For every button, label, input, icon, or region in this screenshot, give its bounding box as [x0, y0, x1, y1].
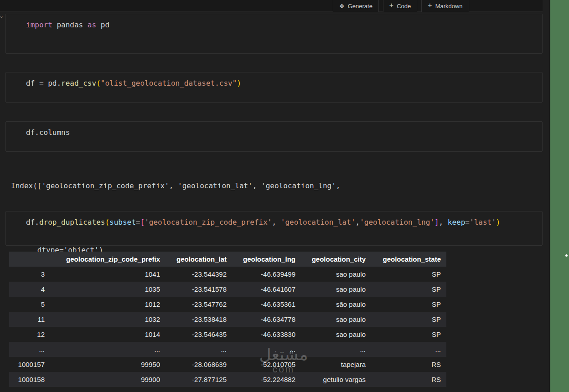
vertical-scrollbar[interactable] [543, 0, 549, 392]
code-token: 'last' [470, 218, 496, 227]
code-token: , [439, 218, 448, 227]
table-cell: SP [371, 312, 446, 327]
table-cell: 5 [9, 297, 50, 312]
code-token: keep [448, 218, 466, 227]
table-cell: getulio vargas [301, 372, 371, 387]
code-token: pd [96, 21, 109, 29]
table-row: .................. [9, 342, 446, 357]
table-cell: -46.639499 [232, 267, 301, 282]
table-cell: 1041 [50, 267, 166, 282]
code-token: df. [26, 218, 39, 227]
code-cell-columns: df.columns [5, 121, 543, 152]
table-header-state: geolocation_state [371, 252, 446, 267]
code-token: pandas [52, 21, 88, 29]
notebook-toolbar: ❖ Generate + Code + Markdown [0, 0, 549, 12]
table-cell: SP [371, 327, 446, 342]
code-editor-line[interactable]: import pandas as pd [6, 14, 542, 30]
code-token: 'geolocation_lng' [360, 218, 435, 227]
table-row: 100015799950-28.068639-52.010705tapejara… [9, 357, 446, 372]
code-token: ( [96, 79, 101, 88]
sparkle-icon: ❖ [339, 3, 345, 10]
code-editor-line[interactable]: df = pd.read_csv("olist_geolocation_data… [6, 72, 542, 88]
table-cell: 1035 [50, 282, 166, 297]
table-cell: -46.635361 [232, 297, 301, 312]
table-cell: -23.547762 [166, 297, 232, 312]
table-cell: ... [371, 342, 446, 357]
table-cell: sao paulo [301, 267, 371, 282]
table-row: 121014-23.546435-46.633830sao pauloSP [9, 327, 446, 342]
code-token: ) [496, 218, 501, 227]
table-cell: RS [371, 372, 446, 387]
generate-button[interactable]: ❖ Generate [333, 0, 379, 12]
add-markdown-button[interactable]: + Markdown [421, 0, 469, 12]
table-cell: ... [9, 342, 50, 357]
code-editor-line[interactable]: df.drop_duplicates(subset=['geolocation_… [6, 211, 542, 227]
table-cell: 99950 [50, 357, 166, 372]
table-cell: 11 [9, 312, 50, 327]
table-cell: -52.010705 [232, 357, 301, 372]
table-cell: 1000157 [9, 357, 50, 372]
table-cell: ... [301, 342, 371, 357]
code-token: [ [140, 218, 145, 227]
table-cell: ... [50, 342, 166, 357]
table-cell: ... [232, 342, 301, 357]
table-cell: são paulo [301, 297, 371, 312]
code-token: = [465, 218, 470, 227]
table-cell: -23.546435 [166, 327, 232, 342]
table-cell: SP [371, 267, 446, 282]
table-cell: ... [166, 342, 232, 357]
table-row: 51012-23.547762-46.635361são pauloSP [9, 297, 446, 312]
cell-collapse-chevron-icon[interactable]: ⌄ [0, 13, 4, 19]
code-token: df.columns [26, 128, 70, 137]
code-token: "olist_geolocation_dataset.csv" [101, 79, 237, 88]
dataframe-output-table: geolocation_zip_code_prefix geolocation_… [9, 252, 446, 387]
table-cell: -23.544392 [166, 267, 232, 282]
table-row: 41035-23.541578-46.641607sao pauloSP [9, 282, 446, 297]
plus-icon: + [428, 2, 432, 9]
table-cell: 12 [9, 327, 50, 342]
code-cell-import: import pandas as pd [5, 14, 543, 54]
table-header-zip: geolocation_zip_code_prefix [50, 252, 166, 267]
toolbar-button-group: ❖ Generate + Code + Markdown [333, 0, 469, 12]
table-row: 31041-23.544392-46.639499sao pauloSP [9, 267, 446, 282]
table-cell: -46.634778 [232, 312, 301, 327]
table-cell: sao paulo [301, 282, 371, 297]
generate-button-label: Generate [348, 3, 372, 10]
code-cell-read-csv: df = pd.read_csv("olist_geolocation_data… [5, 72, 543, 103]
plus-icon: + [389, 2, 393, 9]
code-token: read_csv [61, 79, 96, 88]
table-cell: 99900 [50, 372, 166, 387]
table-cell: SP [371, 282, 446, 297]
table-row: 100015899900-27.877125-52.224882getulio … [9, 372, 446, 387]
table-row: 111032-23.538418-46.634778sao pauloSP [9, 312, 446, 327]
code-token: ( [105, 218, 109, 227]
marker-dot [565, 254, 568, 257]
add-markdown-button-label: Markdown [435, 3, 463, 10]
code-token: drop_duplicates [39, 218, 105, 227]
table-cell: sao paulo [301, 312, 371, 327]
table-cell: -23.541578 [166, 282, 232, 297]
table-cell: 1032 [50, 312, 166, 327]
table-cell: 3 [9, 267, 50, 282]
table-cell: -52.224882 [232, 372, 301, 387]
code-editor-line[interactable]: df.columns [6, 122, 542, 137]
right-side-panel [549, 0, 569, 392]
code-token: , [272, 218, 280, 227]
add-code-button[interactable]: + Code [383, 0, 417, 12]
code-token: subset [109, 218, 136, 227]
table-cell: RS [371, 357, 446, 372]
table-cell: -27.877125 [166, 372, 232, 387]
add-code-button-label: Code [397, 3, 411, 10]
table-cell: tapejara [301, 357, 371, 372]
table-cell: 4 [9, 282, 50, 297]
table-header-city: geolocation_city [301, 252, 371, 267]
code-token: import [26, 21, 52, 29]
code-token: df = pd. [26, 79, 61, 88]
code-token: 'geolocation_lat' [281, 218, 356, 227]
code-token: ) [237, 79, 241, 88]
table-cell: -46.641607 [232, 282, 301, 297]
table-header-row: geolocation_zip_code_prefix geolocation_… [9, 252, 446, 267]
code-token: ] [435, 218, 439, 227]
table-cell: 1014 [50, 327, 166, 342]
code-token: as [88, 21, 96, 29]
